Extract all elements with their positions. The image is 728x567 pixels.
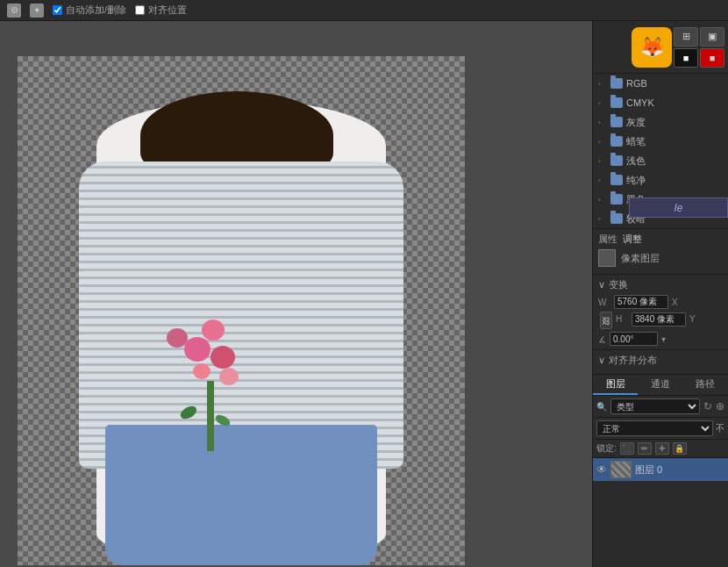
properties-panel: 属性 调整 像素图层 [593, 229, 728, 275]
folder-icon-light [610, 155, 623, 166]
folder-icon-crayon [610, 136, 623, 147]
color-group-light[interactable]: › 浅色 [593, 151, 728, 170]
properties-row: 属性 调整 [598, 233, 723, 246]
main-layout: 🦊 ⊞ ▣ ■ ■ › RGB › CMYK [0, 21, 728, 567]
transform-panel: ∨ 变换 W X ⛓ H Y ∡ [593, 275, 728, 350]
blend-mode-row: 正常 不 [593, 418, 728, 440]
layers-search-bar: 🔍 类型 ↻ ⊕ [593, 396, 728, 418]
lock-move-btn[interactable]: ✛ [655, 442, 669, 455]
lock-pixels-btn[interactable]: ⬛ [620, 442, 634, 455]
transform-height-input[interactable] [632, 312, 686, 327]
color-group-pure[interactable]: › 纯净 [593, 170, 728, 190]
chevron-icon-black: › [598, 196, 607, 204]
chevron-icon: › [598, 80, 607, 88]
align-panel: ∨ 对齐并分布 [593, 350, 728, 375]
logo-btn-row-1: ⊞ ▣ [674, 27, 724, 47]
type-select[interactable]: 类型 [610, 398, 700, 414]
toolbar-gear-icon[interactable]: ✦ [30, 4, 44, 18]
folder-icon-dark [610, 213, 623, 224]
chevron-icon-gray: › [598, 118, 607, 126]
flowers [158, 319, 263, 451]
color-group-gray[interactable]: › 灰度 [593, 112, 728, 132]
more-icon[interactable]: ⊕ [716, 400, 724, 413]
flower-4 [167, 328, 188, 348]
folder-icon-pure [610, 175, 623, 185]
search-icon: 🔍 [596, 402, 607, 412]
toolbar-settings-icon[interactable]: ⚙ [7, 4, 21, 18]
logo-buttons: ⊞ ▣ ■ ■ [674, 27, 724, 68]
leaf-2 [214, 413, 232, 428]
folder-icon-cmyk [610, 97, 623, 108]
transform-width-row: W X [598, 295, 723, 309]
chevron-icon-light: › [598, 157, 607, 165]
transform-title: ∨ 变换 [598, 278, 723, 291]
flower-5 [193, 363, 211, 379]
color-group-rgb[interactable]: › RGB [593, 74, 728, 93]
transform-angle-row: ∡ ▾ [598, 332, 723, 346]
logo-btn-red[interactable]: ■ [700, 48, 724, 68]
flower-6 [219, 368, 239, 385]
flower-1 [184, 337, 211, 362]
logo-btn-grid[interactable]: ⊞ [674, 27, 698, 47]
refresh-icon[interactable]: ↻ [703, 400, 712, 413]
ie-badge: Ie [629, 197, 728, 218]
auto-add-checkbox[interactable]: 自动添加/删除 [53, 4, 126, 17]
transform-angle-input[interactable] [610, 332, 658, 346]
layer-thumbnail-small [610, 461, 632, 478]
chevron-icon-cmyk: › [598, 99, 607, 107]
angle-icon: ∡ [598, 334, 606, 344]
flower-stem [207, 381, 214, 451]
lock-row: 锁定: ⬛ ✏ ✛ 🔒 [593, 440, 728, 458]
folder-icon-gray [610, 117, 623, 127]
angle-dropdown-icon[interactable]: ▾ [661, 334, 666, 344]
transform-height-row: H Y [616, 312, 696, 327]
flower-2 [202, 319, 225, 341]
chevron-icon-dark: › [598, 215, 607, 223]
leaf-1 [178, 404, 198, 421]
align-title: ∨ 对齐并分布 [598, 354, 723, 367]
layers-panel: 图层 通道 路径 🔍 类型 ↻ ⊕ 正常 不 锁定: ⬛ [593, 375, 728, 567]
logo-btn-black[interactable]: ■ [674, 48, 698, 68]
lock-all-btn[interactable]: 🔒 [673, 442, 687, 455]
flower-3 [211, 346, 235, 369]
folder-icon-rgb [610, 78, 623, 89]
color-group-cmyk[interactable]: › CMYK [593, 93, 728, 112]
logo-btn-square[interactable]: ▣ [700, 27, 724, 47]
tab-layers[interactable]: 图层 [593, 375, 638, 395]
canvas-area[interactable] [0, 21, 592, 567]
toolbar: ⚙ ✦ 自动添加/删除 对齐位置 [0, 0, 728, 21]
tab-paths[interactable]: 路径 [683, 375, 728, 395]
chevron-icon-pure: › [598, 176, 607, 184]
folder-icon-black [610, 194, 623, 205]
layer-visibility-icon[interactable]: 👁 [596, 463, 607, 476]
transform-width-input[interactable] [614, 295, 668, 309]
logo-mascot: 🦊 [632, 27, 672, 68]
layer-item-0[interactable]: 👁 图层 0 [593, 458, 728, 481]
image-container [18, 56, 465, 565]
photo-content [18, 56, 465, 565]
chevron-icon-crayon: › [598, 138, 607, 146]
color-group-crayon[interactable]: › 蜡笔 [593, 132, 728, 151]
logo-area: 🦊 ⊞ ▣ ■ ■ [593, 21, 728, 74]
logo-btn-row-2: ■ ■ [674, 48, 724, 68]
layer-thumbnail [598, 249, 616, 267]
layers-tabs: 图层 通道 路径 [593, 375, 728, 396]
right-panel: 🦊 ⊞ ▣ ■ ■ › RGB › CMYK [592, 21, 728, 567]
align-checkbox[interactable]: 对齐位置 [135, 4, 187, 17]
link-wh-icon[interactable]: ⛓ [600, 312, 612, 329]
layer-type-row: 像素图层 [598, 249, 723, 267]
tab-channels[interactable]: 通道 [638, 375, 682, 395]
lock-paint-btn[interactable]: ✏ [638, 442, 652, 455]
blend-mode-select[interactable]: 正常 [596, 420, 713, 436]
